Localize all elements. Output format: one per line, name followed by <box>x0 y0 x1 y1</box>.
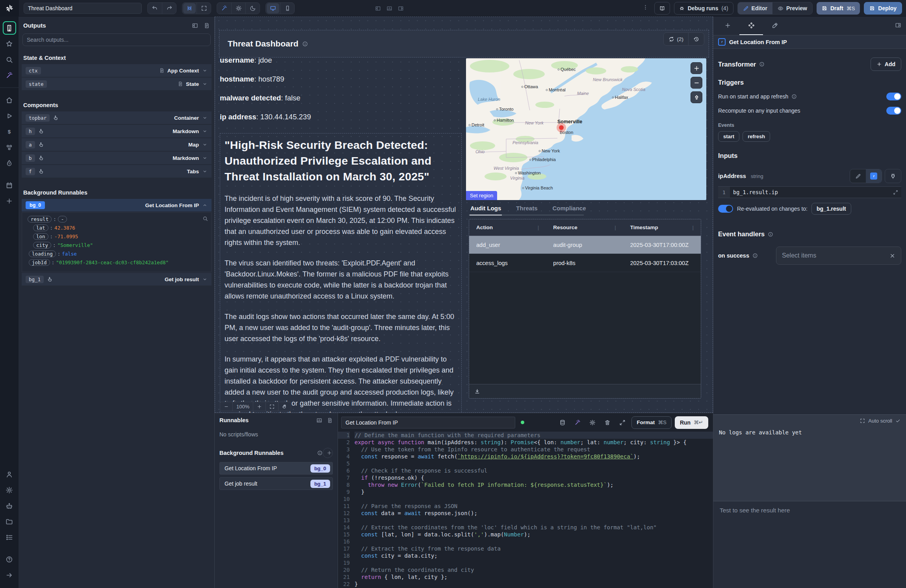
rail-calendar-button[interactable] <box>3 178 16 192</box>
rail-list-button[interactable] <box>3 530 16 544</box>
collapse-bottom-icon[interactable] <box>316 417 322 423</box>
rail-search-button[interactable] <box>3 53 16 66</box>
undo-button[interactable] <box>148 2 162 14</box>
rail-hub-button[interactable] <box>3 141 16 154</box>
component-row-h[interactable]: hMarkdown <box>22 125 212 137</box>
search-result-icon[interactable] <box>202 216 208 221</box>
runnable-item[interactable]: Get job resultbg_1 <box>219 477 333 490</box>
rail-droplet-alert-button[interactable] <box>3 156 16 170</box>
runnable-item[interactable]: Get Location From IPbg_0 <box>219 462 333 475</box>
chevron-down-icon[interactable] <box>202 142 208 147</box>
bounds-button[interactable] <box>183 3 196 13</box>
hand-pointer-icon[interactable] <box>38 169 44 174</box>
rail-play-button[interactable] <box>3 109 16 122</box>
event-chip-refresh[interactable]: refresh <box>743 131 770 142</box>
expand-logs-icon[interactable] <box>860 418 865 423</box>
more-menu-button[interactable] <box>641 4 650 13</box>
tab-compliance[interactable]: Compliance <box>552 203 587 215</box>
chevron-down-icon[interactable] <box>202 115 208 121</box>
rail-folder-button[interactable] <box>3 515 16 528</box>
expression-input[interactable]: 1 bg_1.result.ip <box>718 186 901 198</box>
app-canvas[interactable]: Threat Dashboard (2) username: jdoehostn… <box>215 17 713 413</box>
rail-robot-button[interactable] <box>3 499 16 512</box>
search-outputs-input[interactable]: Search outputs... <box>22 33 211 46</box>
connect-input-button[interactable] <box>885 169 901 183</box>
outputs-doc-icon[interactable] <box>204 22 210 29</box>
rail-plus-button[interactable] <box>3 194 16 208</box>
collapse-panel-icon[interactable] <box>192 22 198 29</box>
output-row-ctx[interactable]: ctxApp Context <box>22 64 212 77</box>
component-row-f[interactable]: fTabs <box>22 165 212 178</box>
toggle-left-panel-icon[interactable] <box>375 6 381 11</box>
map-zoom-out-button[interactable] <box>691 77 702 89</box>
chevron-down-icon[interactable] <box>202 276 208 282</box>
tab-audit-logs[interactable]: Audit Logs <box>470 203 502 215</box>
bg1-row[interactable]: bg_1 Get job result <box>22 273 212 286</box>
hand-pointer-icon[interactable] <box>53 115 59 121</box>
toggle-right-panel-icon[interactable] <box>398 6 404 11</box>
run-on-start-toggle[interactable] <box>886 93 901 100</box>
fullscreen-editor-button[interactable] <box>616 417 628 428</box>
chevron-down-icon[interactable] <box>202 68 208 73</box>
debug-runs-button[interactable]: Debug runs (4) <box>674 2 733 15</box>
cache-button[interactable] <box>557 417 568 428</box>
clear-icon[interactable] <box>889 253 895 259</box>
hand-pointer-icon[interactable] <box>38 142 44 148</box>
add-transformer-button[interactable]: Add <box>871 58 901 71</box>
map-zoom-in-button[interactable] <box>691 62 702 74</box>
windmill-logo[interactable] <box>0 0 19 17</box>
chevron-up-icon[interactable] <box>202 202 208 208</box>
expand-expression-icon[interactable] <box>893 190 898 195</box>
zoom-out-button[interactable] <box>220 402 232 411</box>
collapse-toggle[interactable]: - <box>58 216 67 223</box>
hand-pointer-icon[interactable] <box>38 128 44 134</box>
check-icon[interactable] <box>895 418 900 423</box>
hand-pointer-icon[interactable] <box>38 155 44 161</box>
deploy-button[interactable]: Deploy <box>864 2 902 15</box>
table-row[interactable]: add_useraudit-group2025-03-30T17:00:00Z <box>469 236 701 254</box>
reeval-toggle[interactable] <box>718 205 733 213</box>
rail-building-button[interactable] <box>3 21 16 35</box>
set-region-button[interactable]: Set region <box>466 191 497 200</box>
run-button[interactable]: Run ⌘↵ <box>675 416 708 429</box>
on-success-select[interactable]: Select items <box>776 247 901 265</box>
column-header-timestamp[interactable]: Timestamp| <box>623 224 701 230</box>
chevron-down-icon[interactable] <box>202 155 208 161</box>
fit-view-button[interactable] <box>265 402 278 411</box>
redo-button[interactable] <box>162 2 176 14</box>
column-header-action[interactable]: Action| <box>469 224 546 230</box>
add-runnable-button[interactable] <box>323 448 333 458</box>
docs-button[interactable] <box>654 2 670 15</box>
light-theme-button[interactable] <box>231 2 245 14</box>
map-component[interactable]: QuébecOttawaMontréalNew BrunswickNova Sc… <box>466 58 706 200</box>
rail-arrow-right-button[interactable] <box>3 568 16 582</box>
tree-root[interactable]: result:- <box>28 216 207 223</box>
ai-edit-button[interactable] <box>572 417 583 428</box>
eval-mode-button[interactable]: f <box>866 169 882 183</box>
hand-pointer-icon[interactable] <box>47 276 53 282</box>
output-row-state[interactable]: stateState <box>22 78 212 90</box>
code-editor[interactable]: 12345678910111213141516171819202122 // D… <box>338 432 713 588</box>
app-title-input[interactable]: Threat Dashboard <box>24 3 142 14</box>
rail-help-button[interactable] <box>3 553 16 566</box>
rail-gear-button[interactable] <box>3 483 16 497</box>
refresh-app-button[interactable]: (2) <box>664 33 689 45</box>
bg0-row[interactable]: bg_0 Get Location From IP <box>22 199 212 211</box>
static-mode-button[interactable] <box>850 169 866 183</box>
ai-assist-button[interactable] <box>217 2 231 14</box>
rail-home-button[interactable] <box>3 93 16 107</box>
rail-wand-button[interactable] <box>3 69 16 82</box>
dark-theme-button[interactable] <box>245 2 260 14</box>
insert-tab[interactable] <box>716 17 739 35</box>
pan-mode-button[interactable] <box>278 402 291 411</box>
chevron-down-icon[interactable] <box>202 169 208 174</box>
download-icon[interactable] <box>474 388 480 394</box>
recompute-history-button[interactable] <box>688 33 704 45</box>
component-row-a[interactable]: aMap <box>22 138 212 151</box>
rail-user-button[interactable] <box>3 467 16 481</box>
delete-runnable-button[interactable] <box>602 417 613 428</box>
collapse-right-panel-icon[interactable] <box>895 22 901 28</box>
markdown-fields-component[interactable]: username: jdoehostname: host789malware d… <box>220 56 462 132</box>
runnables-doc-icon[interactable] <box>327 417 333 423</box>
topbar-container-component[interactable]: Threat Dashboard <box>219 30 709 58</box>
